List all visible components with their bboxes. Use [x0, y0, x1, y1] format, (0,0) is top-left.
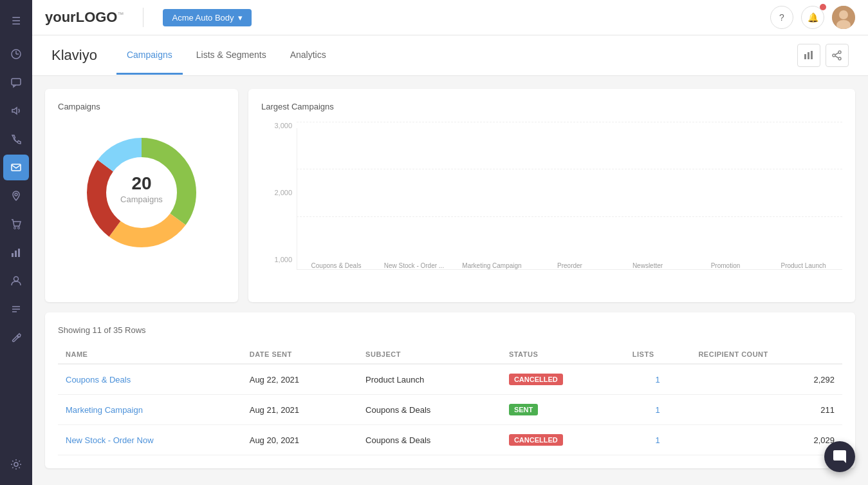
- status-badge-2: SENT: [509, 404, 538, 415]
- campaigns-table-card: Showing 11 of 35 Rows NAME DATE SENT SUB…: [45, 312, 855, 468]
- tab-lists-segments[interactable]: Lists & Segments: [186, 37, 277, 75]
- notification-badge: [820, 4, 826, 10]
- tab-campaigns[interactable]: Campaigns: [116, 37, 183, 75]
- y-label-1000: 1,000: [261, 256, 292, 263]
- tabs: Campaigns Lists & Segments Analytics: [116, 37, 797, 75]
- bar-marketing-campaign: Marketing Campaign: [453, 258, 531, 269]
- table-row: New Stock - Order Now Aug 20, 2021 Coupo…: [58, 425, 842, 455]
- table-row: Coupons & Deals Aug 22, 2021 Product Lau…: [58, 364, 842, 395]
- subject-1: Product Launch: [358, 364, 501, 395]
- date-3: Aug 20, 2021: [242, 425, 358, 455]
- sidebar-item-chat[interactable]: [3, 70, 29, 95]
- sidebar-item-user[interactable]: [3, 268, 29, 294]
- page-title: Klaviyo: [51, 35, 97, 75]
- sidebar-item-cart[interactable]: [3, 211, 29, 237]
- y-label-3000: 3,000: [261, 122, 292, 129]
- notifications-button[interactable]: 🔔: [801, 6, 824, 29]
- page-header: Klaviyo Campaigns Lists & Segments Analy…: [32, 35, 868, 76]
- svg-point-22: [838, 57, 841, 60]
- sidebar-item-megaphone[interactable]: [3, 98, 29, 124]
- chat-bubble[interactable]: [824, 441, 855, 472]
- logo-area: yourLOGO™ Acme Auto Body ▾: [45, 8, 252, 27]
- date-1: Aug 22, 2021: [242, 364, 358, 395]
- bar-new-stock: New Stock - Order ...: [375, 258, 453, 269]
- y-label-2000: 2,000: [261, 189, 292, 196]
- bar-preorder: Preorder: [531, 258, 609, 269]
- topbar: yourLOGO™ Acme Auto Body ▾ ? 🔔: [32, 0, 868, 35]
- lists-link-2[interactable]: 1: [655, 405, 660, 415]
- svg-rect-18: [808, 52, 809, 59]
- svg-rect-6: [12, 253, 14, 257]
- count-1: 2,292: [690, 364, 842, 395]
- svg-rect-8: [18, 249, 20, 257]
- col-subject: SUBJECT: [358, 345, 501, 364]
- sidebar-item-settings[interactable]: [3, 452, 29, 477]
- bar-newsletter: Newsletter: [609, 258, 687, 269]
- sidebar-item-email[interactable]: [3, 155, 29, 180]
- share-button[interactable]: [826, 44, 849, 67]
- status-badge-1: CANCELLED: [509, 374, 563, 385]
- svg-point-20: [838, 51, 841, 53]
- svg-text:Campaigns: Campaigns: [120, 195, 163, 204]
- tab-analytics[interactable]: Analytics: [280, 37, 337, 75]
- campaigns-table: NAME DATE SENT SUBJECT STATUS LISTS RECI…: [58, 345, 842, 455]
- campaign-link-1[interactable]: Coupons & Deals: [66, 375, 131, 385]
- svg-text:20: 20: [131, 173, 151, 193]
- svg-point-15: [839, 10, 848, 19]
- svg-point-4: [14, 227, 16, 229]
- bar-coupons-deals: Coupons & Deals: [297, 258, 375, 269]
- table-row: Marketing Campaign Aug 21, 2021 Coupons …: [58, 395, 842, 425]
- sidebar-item-analytics[interactable]: [3, 240, 29, 265]
- logo-bold: LOGO: [76, 9, 118, 25]
- charts-row: Campaigns 20 Campaigns: [45, 89, 855, 302]
- subject-2: Coupons & Deals: [358, 395, 501, 425]
- lists-link-3[interactable]: 1: [655, 435, 660, 445]
- sidebar-item-location[interactable]: [3, 183, 29, 209]
- count-2: 211: [690, 395, 842, 425]
- header-actions: [797, 44, 849, 67]
- sidebar-item-dashboard[interactable]: [3, 41, 29, 67]
- sidebar: ☰: [0, 0, 32, 485]
- svg-point-13: [14, 462, 18, 466]
- svg-point-9: [14, 277, 19, 281]
- campaign-link-2[interactable]: Marketing Campaign: [66, 405, 143, 415]
- bar-chart-title: Largest Campaigns: [261, 102, 842, 111]
- sidebar-item-list[interactable]: [3, 296, 29, 322]
- col-date-sent: DATE SENT: [242, 345, 358, 364]
- col-recipient-count: RECIPIENT COUNT: [690, 345, 842, 364]
- lists-link-1[interactable]: 1: [655, 375, 660, 385]
- bar-promotion: Promotion: [687, 258, 764, 269]
- status-badge-3: CANCELLED: [509, 434, 563, 446]
- logo-divider: [143, 8, 143, 27]
- svg-rect-7: [15, 251, 17, 257]
- chart-view-button[interactable]: [797, 44, 820, 67]
- col-lists: LISTS: [625, 345, 691, 364]
- topbar-right: ? 🔔: [770, 6, 855, 29]
- logo-regular: your: [45, 9, 76, 25]
- main-content: yourLOGO™ Acme Auto Body ▾ ? 🔔 Klaviyo C…: [32, 0, 868, 485]
- subject-3: Coupons & Deals: [358, 425, 501, 455]
- svg-rect-17: [804, 54, 806, 59]
- svg-point-21: [833, 54, 835, 57]
- svg-rect-2: [12, 164, 21, 171]
- account-selector[interactable]: Acme Auto Body ▾: [163, 9, 251, 26]
- status-1: CANCELLED: [501, 364, 625, 395]
- content-area: Campaigns 20 Campaigns: [32, 76, 868, 485]
- svg-point-5: [18, 227, 20, 229]
- campaign-link-3[interactable]: New Stock - Order Now: [66, 435, 154, 445]
- sidebar-item-tools[interactable]: [3, 325, 29, 350]
- sidebar-item-phone[interactable]: [3, 126, 29, 152]
- largest-campaigns-card: Largest Campaigns 1,000 2,000 3,000: [248, 89, 855, 302]
- logo: yourLOGO™: [45, 9, 124, 26]
- campaigns-donut-card: Campaigns 20 Campaigns: [45, 89, 238, 302]
- help-button[interactable]: ?: [770, 6, 793, 29]
- svg-rect-19: [811, 51, 813, 59]
- avatar[interactable]: [832, 6, 855, 29]
- col-name: NAME: [58, 345, 242, 364]
- count-3: 2,029: [690, 425, 842, 455]
- svg-point-3: [15, 193, 17, 196]
- status-3: CANCELLED: [501, 425, 625, 455]
- sidebar-toggle[interactable]: ☰: [3, 8, 29, 33]
- col-status: STATUS: [501, 345, 625, 364]
- status-2: SENT: [501, 395, 625, 425]
